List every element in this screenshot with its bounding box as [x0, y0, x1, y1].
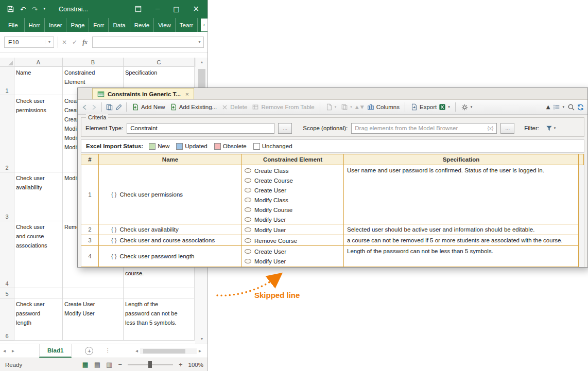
ribbon-tab-insert[interactable]: Inser [44, 18, 66, 32]
ribbon-display-options-icon[interactable] [134, 5, 142, 13]
table-row-1[interactable]: 1 { } Check user permissions Create Clas… [81, 165, 584, 224]
row-header[interactable]: 3 [0, 172, 14, 221]
constrained-element-cell[interactable]: Create User Modify User [242, 246, 344, 267]
constrained-element-cell[interactable]: Modify User [242, 224, 344, 235]
table-scrollbar[interactable] [579, 246, 584, 267]
maximize-icon[interactable]: □ [173, 6, 179, 12]
cell-a2[interactable]: Check user permissions [14, 95, 63, 172]
constrained-element-cell[interactable]: Create Class Create Course Create User M… [242, 165, 344, 224]
cell-a1[interactable]: Name [14, 67, 63, 95]
specification-cell[interactable]: a course can not be removed if 5 or more… [344, 235, 579, 246]
ribbon-tab-file[interactable]: File [0, 18, 24, 32]
move-down-icon[interactable]: ▼ [360, 105, 364, 110]
search-icon[interactable] [567, 103, 575, 111]
header-number[interactable]: # [81, 154, 99, 165]
row-header[interactable]: 6 [0, 298, 14, 341]
minimize-icon[interactable]: ─ [155, 6, 160, 12]
horizontal-scrollbar-track[interactable] [140, 348, 197, 354]
qat-customize-chevron-icon[interactable]: ▾ [43, 7, 45, 11]
constraint-name-cell[interactable]: { } Check user password length [99, 246, 242, 267]
scroll-left-icon[interactable]: ◂ [135, 348, 138, 354]
ribbon-tab-data[interactable]: Data [108, 18, 129, 32]
row-header[interactable]: 1 [0, 67, 14, 95]
table-row-2[interactable]: 2 { } Check user availability Modify Use… [81, 224, 584, 235]
cell-a4[interactable]: Check user and course associations [14, 221, 63, 288]
save-icon[interactable] [7, 5, 14, 13]
column-header-a[interactable]: A [14, 58, 63, 67]
ribbon-overflow-chevron-icon[interactable]: › [201, 19, 207, 31]
move-up-icon[interactable]: ▲ [355, 105, 359, 110]
scope-expression-icon[interactable]: {x} [488, 126, 494, 131]
ribbon-tab-team[interactable]: Tearr [175, 18, 197, 32]
refresh-icon[interactable] [577, 103, 584, 111]
move-scheme-button[interactable]: ▾ [324, 102, 338, 112]
dialog-tab-close-icon[interactable]: × [185, 91, 189, 97]
header-constrained-element[interactable]: Constrained Element [242, 154, 344, 165]
scope-browse-button[interactable]: ... [500, 123, 514, 134]
group-scheme-button[interactable]: ▾ [339, 102, 354, 112]
page-layout-view-icon[interactable]: ▤ [94, 361, 100, 368]
constraint-name-cell[interactable]: { } Check user availability [99, 224, 242, 235]
column-header-b[interactable]: B [63, 58, 124, 67]
ribbon-tab-page-layout[interactable]: Page [66, 18, 89, 32]
collapse-panel-icon[interactable]: ▲ [546, 104, 550, 110]
normal-view-icon[interactable]: ▦ [82, 361, 89, 368]
formula-input[interactable]: ▾ [92, 37, 204, 48]
table-row-3[interactable]: 3 { } Check user and course associations… [81, 235, 584, 246]
close-icon[interactable]: × [193, 5, 199, 13]
specification-cell[interactable]: User name and user password is confirmed… [344, 165, 579, 224]
constraint-name-cell[interactable]: { } Check user permissions [99, 165, 242, 224]
specification-cell[interactable]: Selected user should be active user and … [344, 224, 579, 235]
filter-button[interactable]: ▾ [543, 123, 558, 134]
element-type-browse-button[interactable]: ... [278, 123, 292, 134]
scroll-up-icon[interactable]: ▴ [196, 58, 207, 67]
specification-cell[interactable]: Length of the password can not be less t… [344, 246, 579, 267]
cancel-icon[interactable]: × [62, 39, 67, 45]
column-header-c[interactable]: C [124, 58, 195, 67]
scroll-down-icon[interactable]: ▾ [196, 334, 207, 344]
ribbon-tab-home[interactable]: Horr [24, 18, 44, 32]
undo-icon[interactable]: ↶ [20, 6, 26, 13]
name-box[interactable]: E10 ▾ [4, 37, 54, 48]
ribbon-tab-review[interactable]: Revie [130, 18, 153, 32]
show-list-button[interactable]: ▾ [551, 102, 566, 112]
options-button[interactable]: ▾ [459, 102, 474, 112]
copy-rows-icon[interactable] [106, 103, 113, 111]
delete-button[interactable]: Delete [220, 103, 249, 112]
dialog-tab[interactable]: Constraints in Generic T... × [92, 88, 194, 99]
insert-function-icon[interactable]: fx [82, 39, 88, 46]
row-header[interactable]: 4 [0, 221, 14, 288]
back-icon[interactable] [81, 103, 89, 111]
scope-field[interactable]: Drag elements from the Model Browser {x} [351, 123, 497, 134]
zoom-slider-thumb[interactable] [148, 361, 152, 368]
row-header[interactable]: 5 [0, 288, 14, 298]
scroll-right-icon[interactable]: ▸ [199, 348, 201, 354]
edit-icon[interactable] [115, 103, 123, 111]
select-all-corner[interactable] [0, 58, 14, 67]
horizontal-scrollbar-thumb[interactable] [143, 349, 185, 354]
header-specification[interactable]: Specification [344, 154, 579, 165]
remove-from-table-button[interactable]: Remove From Table [250, 102, 316, 112]
sheet-nav-right-icon[interactable]: ▸ [9, 348, 18, 354]
zoom-out-icon[interactable]: − [118, 361, 122, 368]
zoom-slider[interactable] [128, 364, 173, 365]
add-existing-button[interactable]: Add Existing... [168, 102, 219, 112]
sheet-nav-left-icon[interactable]: ◂ [0, 348, 9, 354]
zoom-in-icon[interactable]: + [179, 361, 183, 368]
cell-a5[interactable] [14, 288, 63, 298]
ribbon-tab-formulas[interactable]: Forr [89, 18, 108, 32]
cell-a3[interactable]: Check user availability [14, 172, 63, 221]
table-scrollbar[interactable] [579, 235, 584, 246]
add-new-button[interactable]: Add New [130, 102, 167, 112]
zoom-level[interactable]: 100% [188, 362, 203, 368]
ribbon-tab-view[interactable]: View [153, 18, 175, 32]
formula-expand-chevron-icon[interactable]: ▾ [196, 40, 203, 44]
enter-icon[interactable]: ✓ [72, 39, 77, 45]
table-scrollbar[interactable] [579, 224, 584, 235]
cell-b5[interactable] [63, 288, 124, 298]
cell-c6[interactable]: Length of the password can not be less t… [124, 298, 195, 341]
sheet-tab-blad1[interactable]: Blad1 [39, 344, 72, 358]
add-sheet-icon[interactable]: + [85, 347, 93, 355]
export-button[interactable]: Export ▾ [409, 102, 452, 112]
constraint-name-cell[interactable]: { } Check user and course associations [99, 235, 242, 246]
